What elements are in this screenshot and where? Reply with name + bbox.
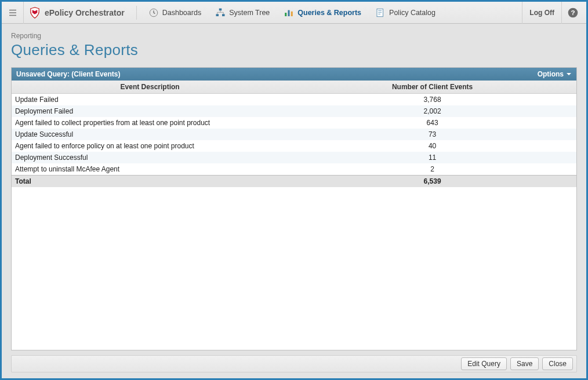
app-brand[interactable]: ePolicy Orchestrator xyxy=(24,7,130,19)
svg-rect-5 xyxy=(288,10,290,16)
chart-icon xyxy=(284,8,294,18)
table-total-row: Total6,539 xyxy=(12,176,576,188)
primary-nav: Dashboards System Tree Queries & Reports… xyxy=(143,5,441,20)
svg-rect-2 xyxy=(216,14,219,16)
cell-description: Agent failed to collect properties from … xyxy=(12,117,288,129)
cell-description: Deployment Successful xyxy=(12,152,288,163)
help-icon: ? xyxy=(567,7,579,19)
cell-count: 2 xyxy=(288,163,576,176)
clock-icon xyxy=(148,8,159,18)
cell-count: 3,768 xyxy=(288,94,576,106)
table-row[interactable]: Update Successful73 xyxy=(12,129,576,140)
page-title: Queries & Reports xyxy=(11,41,577,59)
cell-description: Attempt to uninstall McAfee Agent xyxy=(12,163,288,176)
cell-description: Update Failed xyxy=(12,94,288,106)
tree-icon xyxy=(215,8,226,18)
nav-queries-reports[interactable]: Queries & Reports xyxy=(278,5,367,20)
panel-title: Unsaved Query: (Client Events) xyxy=(16,70,120,78)
panel-options-button[interactable]: Options xyxy=(538,70,572,78)
cell-count: 73 xyxy=(288,129,576,140)
bottom-action-bar: Edit Query Save Close xyxy=(11,355,577,372)
nav-label: Queries & Reports xyxy=(297,9,361,17)
svg-rect-4 xyxy=(285,13,287,16)
app-name: ePolicy Orchestrator xyxy=(45,8,125,17)
nav-label: Dashboards xyxy=(162,9,201,17)
svg-text:?: ? xyxy=(571,9,575,16)
table-row[interactable]: Deployment Failed2,002 xyxy=(12,105,576,117)
svg-rect-6 xyxy=(291,11,293,16)
cell-description: Agent failed to enforce policy on at lea… xyxy=(12,140,288,152)
cell-count: 11 xyxy=(288,152,576,163)
svg-rect-3 xyxy=(222,14,225,16)
total-label: Total xyxy=(12,176,288,188)
close-button[interactable]: Close xyxy=(542,357,573,370)
breadcrumb: Reporting xyxy=(11,32,577,40)
total-count: 6,539 xyxy=(288,176,576,188)
hamburger-icon xyxy=(8,8,18,18)
chevron-down-icon xyxy=(566,71,572,77)
save-button[interactable]: Save xyxy=(510,357,539,370)
edit-query-button[interactable]: Edit Query xyxy=(461,357,507,370)
help-button[interactable]: ? xyxy=(562,2,584,24)
results-table: Event Description Number of Client Event… xyxy=(12,81,576,187)
nav-system-tree[interactable]: System Tree xyxy=(209,5,275,20)
table-row[interactable]: Agent failed to collect properties from … xyxy=(12,117,576,129)
logoff-label: Log Off xyxy=(529,9,554,17)
catalog-icon xyxy=(375,8,386,18)
query-panel: Unsaved Query: (Client Events) Options E… xyxy=(11,67,577,350)
nav-label: Policy Catalog xyxy=(389,9,435,17)
nav-policy-catalog[interactable]: Policy Catalog xyxy=(369,5,441,20)
cell-description: Update Successful xyxy=(12,129,288,140)
table-row[interactable]: Update Failed3,768 xyxy=(12,94,576,106)
menu-button[interactable] xyxy=(2,2,24,24)
cell-count: 40 xyxy=(288,140,576,152)
cell-description: Deployment Failed xyxy=(12,105,288,117)
column-header-count[interactable]: Number of Client Events xyxy=(288,81,576,94)
cell-count: 2,002 xyxy=(288,105,576,117)
panel-body: Event Description Number of Client Event… xyxy=(12,81,576,350)
column-header-description[interactable]: Event Description xyxy=(12,81,288,94)
content-area: Reporting Queries & Reports Unsaved Quer… xyxy=(2,24,586,350)
nav-label: System Tree xyxy=(229,9,270,17)
table-row[interactable]: Deployment Successful11 xyxy=(12,152,576,163)
nav-dashboards[interactable]: Dashboards xyxy=(143,5,207,20)
top-toolbar: ePolicy Orchestrator Dashboards System T… xyxy=(2,2,586,24)
table-row[interactable]: Attempt to uninstall McAfee Agent2 xyxy=(12,163,576,176)
panel-header: Unsaved Query: (Client Events) Options xyxy=(12,68,576,81)
divider xyxy=(136,6,137,20)
cell-count: 643 xyxy=(288,117,576,129)
mcafee-shield-icon xyxy=(30,7,40,19)
svg-rect-7 xyxy=(377,9,383,17)
table-row[interactable]: Agent failed to enforce policy on at lea… xyxy=(12,140,576,152)
svg-rect-1 xyxy=(219,8,222,10)
options-label: Options xyxy=(538,70,564,78)
logoff-button[interactable]: Log Off xyxy=(522,2,562,24)
